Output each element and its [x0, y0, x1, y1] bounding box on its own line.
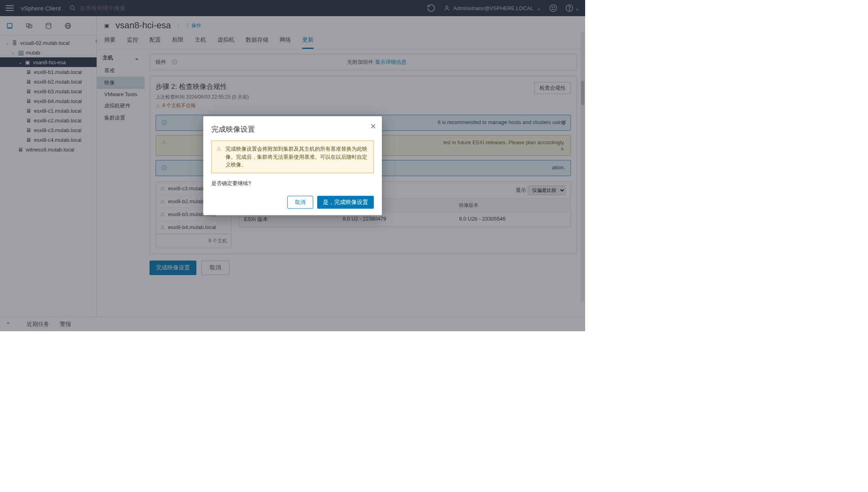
dialog-cancel-button[interactable]: 取消 [287, 196, 313, 208]
dialog-question: 是否确定要继续? [211, 179, 374, 187]
confirm-dialog: 完成映像设置 ✕ ⚠ 完成映像设置会将附加到集群及其主机的所有基准替换为此映像。… [203, 116, 382, 215]
dialog-warn-text: 完成映像设置会将附加到集群及其主机的所有基准替换为此映像。完成后，集群将无法重新… [225, 145, 369, 169]
dialog-title: 完成映像设置 [211, 124, 374, 134]
dialog-confirm-button[interactable]: 是，完成映像设置 [317, 196, 374, 208]
close-icon[interactable]: ✕ [370, 122, 376, 131]
warning-icon: ⚠ [217, 145, 221, 169]
